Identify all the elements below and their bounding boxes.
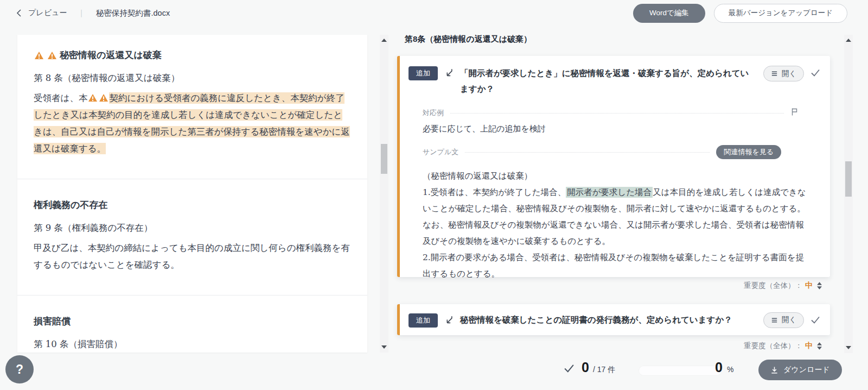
doc-article-number: 第 8 条（秘密情報の返還又は破棄）	[34, 70, 351, 86]
document-preview-panel: 秘密情報の返還又は破棄 第 8 条（秘密情報の返還又は破棄） 受領者は、本契約に…	[17, 35, 367, 353]
importance-stepper-icon[interactable]	[817, 282, 822, 290]
sample-clause-paragraph: 2.開示者の要求がある場合、受領者は、秘密情報及びその複製物を破棄したことを証明…	[423, 249, 807, 282]
review-section-title: 第8条（秘密情報の返還又は破棄）	[405, 34, 532, 45]
scroll-up-arrow[interactable]	[844, 36, 853, 45]
open-button[interactable]: 開く	[763, 66, 804, 81]
insert-arrow-icon	[444, 315, 454, 324]
top-bar: プレビュー ｜ 秘密保持契約書.docx Wordで編集 最新バージョンをアップ…	[0, 0, 868, 26]
doc-paragraph-text: 受領者は、本	[34, 93, 87, 103]
doc-paragraph: 甲及び乙は、本契約の締結によっても本目的の成立に関し何らの権利義務を有するもので…	[34, 240, 351, 273]
sample-clause-paragraph: 1.受領者は、本契約が終了した場合、開示者が要求した場合又は本目的を達成し若しく…	[423, 184, 807, 249]
document-scrollbar[interactable]	[380, 35, 388, 353]
checked-count-total: / 17 件	[593, 365, 615, 375]
importance-row: 重要度（全体）： 中	[744, 281, 822, 291]
warning-icon	[48, 52, 56, 59]
resolve-check-icon[interactable]	[810, 68, 820, 77]
edit-in-word-button[interactable]: Wordで編集	[633, 4, 705, 23]
importance-value: 中	[805, 281, 813, 291]
menu-lines-icon	[771, 317, 778, 324]
chevron-left-icon	[15, 9, 23, 17]
doc-heading-text: 秘密情報の返還又は破棄	[60, 49, 162, 61]
scrollbar-thumb[interactable]	[845, 161, 852, 197]
scroll-up-arrow[interactable]	[380, 36, 388, 45]
progress-check-icon	[563, 363, 575, 373]
menu-lines-icon	[771, 70, 778, 77]
importance-label: 重要度（全体）：	[744, 341, 802, 351]
resolve-check-icon[interactable]	[810, 316, 820, 324]
doc-section-no-rights: 権利義務の不存在 第 9 条（権利義務の不存在） 甲及び乙は、本契約の締結によっ…	[34, 199, 351, 273]
importance-label: 重要度（全体）：	[744, 281, 802, 291]
open-button[interactable]: 開く	[763, 312, 804, 328]
warning-icon	[99, 94, 108, 102]
doc-section-damages: 損害賠償 第 10 条（損害賠償） 甲又は乙は、故意又は重過失によって本契約条項…	[34, 315, 351, 353]
upload-latest-version-button[interactable]: 最新バージョンをアップロード	[714, 4, 847, 23]
warning-icon	[88, 94, 97, 102]
review-scrollbar[interactable]	[844, 35, 853, 353]
scroll-down-arrow[interactable]	[380, 343, 388, 351]
back-button[interactable]: プレビュー	[15, 8, 67, 18]
sample-clause-title: （秘密情報の返還又は破棄）	[423, 168, 807, 184]
sample-highlighted-text: 開示者が要求した場合	[566, 187, 653, 198]
doc-paragraph: 受領者は、本契約における受領者の義務に違反したとき、本契約が終了したとき又は本契…	[34, 90, 351, 157]
doc-article-number: 第 10 条（損害賠償）	[34, 336, 351, 353]
addition-badge: 追加	[409, 66, 438, 80]
doc-section-return-destruction: 秘密情報の返還又は破棄 第 8 条（秘密情報の返還又は破棄） 受領者は、本契約に…	[34, 49, 351, 157]
review-card: 追加 「開示者が要求したとき」に秘密情報を返還・破棄する旨が、定められていますか…	[397, 56, 830, 277]
doc-divider	[17, 179, 367, 179]
doc-divider	[17, 295, 367, 295]
progress-percent-unit: %	[727, 365, 733, 374]
sample-clause-text: （秘密情報の返還又は破棄） 1.受領者は、本契約が終了した場合、開示者が要求した…	[423, 168, 807, 282]
review-question: 「開示者が要求したとき」に秘密情報を返還・破棄する旨が、定められていますか？	[460, 65, 757, 97]
doc-section-heading: 秘密情報の返還又は破棄	[34, 49, 351, 61]
dotted-divider	[465, 152, 710, 153]
checked-count-value: 0	[582, 360, 589, 375]
warning-icon	[35, 52, 43, 59]
response-example-value: 必要に応じて、上記の追加を検討	[423, 124, 830, 134]
importance-value: 中	[805, 341, 813, 351]
progress-percent: 0 %	[715, 360, 733, 375]
help-button[interactable]: ?	[5, 355, 34, 383]
review-card: 追加 秘密情報を破棄したことの証明書の発行義務が、定められていますか？ 開く	[397, 304, 830, 335]
download-icon	[770, 366, 778, 374]
download-button-label: ダウンロード	[783, 365, 830, 375]
importance-stepper-icon[interactable]	[817, 342, 822, 350]
download-button[interactable]: ダウンロード	[758, 360, 842, 380]
flag-icon[interactable]	[790, 108, 799, 118]
checked-count: 0 / 17 件	[582, 360, 615, 375]
back-label: プレビュー	[28, 8, 67, 18]
importance-row: 重要度（全体）： 中	[744, 341, 822, 351]
review-question: 秘密情報を破棄したことの証明書の発行義務が、定められていますか？	[460, 312, 763, 328]
dotted-divider	[450, 113, 784, 114]
sample-text-label: サンプル文	[423, 147, 458, 157]
sample-text-segment: 1.受領者は、本契約が終了した場合、	[423, 187, 566, 197]
open-button-label: 開く	[782, 69, 796, 79]
doc-section-heading: 権利義務の不存在	[34, 199, 351, 211]
open-button-label: 開く	[782, 315, 796, 325]
scrollbar-thumb[interactable]	[381, 144, 387, 174]
addition-badge: 追加	[409, 313, 438, 328]
document-file-name: 秘密保持契約書.docx	[96, 8, 170, 18]
doc-section-heading: 損害賠償	[34, 315, 351, 328]
help-button-label: ?	[16, 362, 23, 377]
doc-article-number: 第 9 条（権利義務の不存在）	[34, 220, 351, 236]
insert-arrow-icon	[444, 68, 454, 77]
related-info-button[interactable]: 関連情報を見る	[716, 145, 781, 159]
progress-bar	[639, 366, 722, 375]
title-separator: ｜	[78, 8, 85, 18]
response-example-label: 対応例	[423, 108, 444, 118]
scroll-down-arrow[interactable]	[844, 343, 853, 352]
progress-percent-value: 0	[715, 360, 723, 375]
